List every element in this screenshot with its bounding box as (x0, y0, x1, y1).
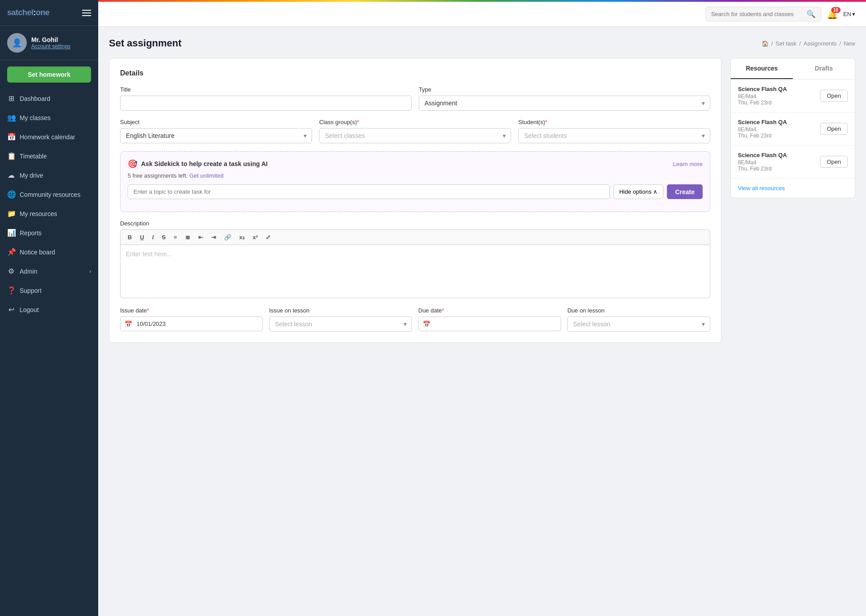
type-label: Type (419, 86, 710, 93)
account-settings-link[interactable]: Account settings (31, 43, 71, 50)
sidebar-item-my-classes[interactable]: 👥 My classes (0, 108, 98, 127)
hide-options-button[interactable]: Hide options ∧ (613, 184, 663, 199)
breadcrumb-assignments[interactable]: Assignments (804, 40, 837, 47)
subject-select-wrapper: English Literature Mathematics Science (120, 128, 312, 143)
due-lesson-select-wrapper: Select lesson (567, 316, 710, 332)
toolbar-subscript[interactable]: x₂ (237, 233, 247, 242)
students-select[interactable]: Select students (518, 128, 710, 143)
sidebar: satchel:one 👤 Mr. Gohil Account settings… (0, 0, 98, 616)
chevron-up-icon: ∧ (653, 188, 658, 195)
sidebar-item-label: Timetable (20, 153, 47, 160)
view-all-resources-link[interactable]: View all resources (731, 179, 855, 198)
issue-lesson-select[interactable]: Select lesson (269, 316, 412, 332)
tab-resources[interactable]: Resources (731, 58, 793, 79)
topbar: 🔍 🔔 10 EN ▾ (98, 2, 866, 27)
ai-input-row: Hide options ∧ Create (128, 184, 703, 199)
due-on-lesson-label: Due on lesson (567, 307, 710, 314)
breadcrumb-new: New (844, 40, 855, 47)
my-classes-icon: 👥 (7, 113, 15, 122)
sidebar-header: satchel:one (0, 0, 98, 26)
homework-calendar-icon: 📅 (7, 133, 15, 141)
details-card: Details Title Type Assignment (109, 58, 721, 343)
resource-date-3: Thu, Feb 23rd (738, 166, 787, 172)
toolbar-expand[interactable]: ⤢ (263, 233, 273, 242)
search-input[interactable] (711, 11, 803, 17)
title-input[interactable] (120, 96, 412, 111)
due-date-input[interactable] (418, 316, 561, 331)
user-name: Mr. Gohil (31, 36, 71, 43)
set-homework-button[interactable]: Set homework (7, 67, 91, 83)
title-type-row: Title Type Assignment Quiz Test Project (120, 86, 710, 111)
support-icon: ❓ (7, 286, 15, 295)
resource-name-2: Science Flash QA (738, 119, 787, 125)
class-label: Class group(s)* (319, 119, 511, 125)
sidebar-item-notice-board[interactable]: 📌 Notice board (0, 242, 98, 262)
editor-body[interactable]: Enter text here... (120, 245, 710, 298)
breadcrumb-set-task[interactable]: Set task (775, 40, 796, 47)
sidebar-item-label: Support (20, 287, 42, 294)
resources-card: Resources Drafts Science Flash QA 8E/Ma4… (730, 58, 855, 198)
resource-info-2: Science Flash QA 8E/Ma4 Thu, Feb 23rd (738, 119, 787, 139)
issue-date-input[interactable] (120, 316, 263, 331)
subject-select[interactable]: English Literature Mathematics Science (120, 128, 312, 143)
toolbar-outdent[interactable]: ⇤ (196, 233, 206, 242)
home-icon[interactable]: 🏠 (762, 40, 769, 47)
ai-topic-input[interactable] (128, 184, 610, 199)
toolbar-superscript[interactable]: x² (250, 233, 261, 242)
sidebar-item-support[interactable]: ❓ Support (0, 281, 98, 300)
toolbar-underline[interactable]: U (137, 233, 146, 242)
title-group: Title (120, 86, 412, 111)
admin-icon: ⚙ (7, 267, 15, 275)
toolbar-bold[interactable]: B (125, 233, 134, 242)
sidebar-item-timetable[interactable]: 📋 Timetable (0, 146, 98, 166)
page-header-row: Set assignment 🏠 / Set task / Assignment… (109, 37, 855, 49)
content-area: Details Title Type Assignment (109, 58, 855, 343)
toolbar-italic[interactable]: I (150, 233, 157, 242)
resource-info-1: Science Flash QA 8E/Ma4 Thu, Feb 23rd (738, 86, 787, 106)
sidebar-item-homework-calendar[interactable]: 📅 Homework calendar (0, 127, 98, 146)
sidebar-item-logout[interactable]: ↩ Logout (0, 300, 98, 319)
search-box: 🔍 (705, 7, 821, 21)
notification-button[interactable]: 🔔 10 (827, 9, 838, 20)
create-button[interactable]: Create (667, 184, 703, 199)
sidebar-item-my-resources[interactable]: 📁 My resources (0, 204, 98, 223)
resource-item-1: Science Flash QA 8E/Ma4 Thu, Feb 23rd Op… (731, 79, 855, 112)
language-button[interactable]: EN ▾ (843, 11, 855, 17)
open-button-2[interactable]: Open (820, 123, 848, 135)
sidebar-item-label: Community resources (20, 191, 80, 198)
tab-drafts[interactable]: Drafts (793, 58, 855, 79)
open-button-3[interactable]: Open (820, 156, 848, 168)
sidebar-item-admin[interactable]: ⚙ Admin › (0, 262, 98, 281)
notification-badge: 10 (831, 7, 841, 13)
toolbar-unordered-list[interactable]: ≡ (171, 233, 180, 242)
sidebar-item-dashboard[interactable]: ⊞ Dashboard (0, 89, 98, 108)
notice-board-icon: 📌 (7, 248, 15, 256)
ai-box: 🎯 Ask Sidekick to help create a task usi… (120, 151, 710, 212)
toolbar-ordered-list[interactable]: ≣ (183, 233, 193, 242)
class-select[interactable]: Select classes (319, 128, 511, 143)
sidebar-item-my-drive[interactable]: ☁ My drive (0, 166, 98, 185)
hamburger-menu[interactable] (82, 10, 91, 16)
type-select[interactable]: Assignment Quiz Test Project (419, 96, 710, 111)
sidebar-item-reports[interactable]: 📊 Reports (0, 223, 98, 242)
sidebar-item-label: My classes (20, 114, 50, 121)
toolbar-indent[interactable]: ⇥ (208, 233, 219, 242)
avatar: 👤 (7, 33, 27, 53)
resources-tabs: Resources Drafts (731, 58, 855, 79)
details-title: Details (120, 69, 710, 77)
toolbar-strikethrough[interactable]: S (159, 233, 168, 242)
due-lesson-select[interactable]: Select lesson (567, 316, 710, 332)
class-group: Class group(s)* Select classes (319, 119, 511, 143)
right-panel: Resources Drafts Science Flash QA 8E/Ma4… (730, 58, 855, 343)
sidebar-item-label: Homework calendar (20, 133, 75, 141)
date-row: Issue date* 📅 Issue on lesson Select les… (120, 307, 710, 332)
learn-more-link[interactable]: Learn more (673, 161, 703, 167)
get-unlimited-link[interactable]: Get unlimited (189, 172, 224, 179)
sidebar-item-community-resources[interactable]: 🌐 Community resources (0, 185, 98, 204)
toolbar-link[interactable]: 🔗 (221, 233, 234, 242)
resource-class-3: 8E/Ma4 (738, 159, 787, 166)
resource-item-2: Science Flash QA 8E/Ma4 Thu, Feb 23rd Op… (731, 112, 855, 146)
type-select-wrapper: Assignment Quiz Test Project (419, 96, 710, 111)
open-button-1[interactable]: Open (820, 90, 848, 102)
students-group: Student(s)* Select students (518, 119, 710, 143)
